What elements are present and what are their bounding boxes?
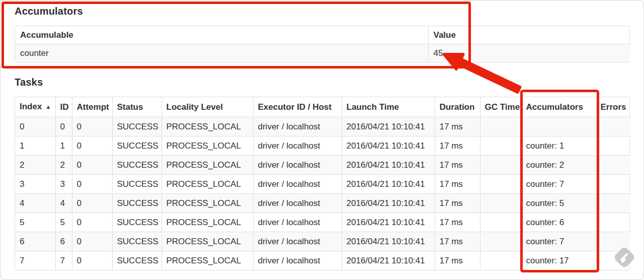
cell: 0 (72, 232, 112, 251)
cell: 0 (72, 213, 112, 232)
cell: 2016/04/21 10:10:41 (342, 194, 435, 213)
cell: SUCCESS (112, 175, 162, 194)
cell: PROCESS_LOCAL (162, 136, 253, 156)
cell: driver / localhost (253, 136, 342, 156)
cell: 0 (72, 136, 112, 156)
cell: 4 (15, 194, 55, 213)
col-header-accumulable[interactable]: Accumulable (15, 26, 428, 44)
cell: 2016/04/21 10:10:41 (342, 175, 435, 194)
accumulators-cell (521, 117, 596, 136)
accumulators-header-row: Accumulable Value (15, 26, 630, 44)
cell: 17 ms (435, 117, 480, 136)
cell: PROCESS_LOCAL (162, 251, 253, 270)
cell: driver / localhost (253, 117, 342, 136)
cell: driver / localhost (253, 251, 342, 270)
cell (480, 232, 521, 251)
col-header-executor-id-host[interactable]: Executor ID / Host (253, 97, 342, 117)
cell: 2016/04/21 10:10:41 (342, 213, 435, 232)
accumulators-cell: counter: 1 (521, 136, 596, 156)
cell: 17 ms (435, 232, 480, 251)
cell: 3 (55, 175, 72, 194)
cell: PROCESS_LOCAL (162, 175, 253, 194)
col-header-gc-time[interactable]: GC Time (480, 97, 521, 117)
cell: SUCCESS (112, 136, 162, 156)
cell: driver / localhost (253, 156, 342, 175)
col-header-value[interactable]: Value (428, 26, 630, 44)
accumulators-cell: counter: 7 (521, 175, 596, 194)
cell: 5 (55, 213, 72, 232)
cell: 17 ms (435, 213, 480, 232)
table-row: 4 4 0 SUCCESS PROCESS_LOCAL driver / loc… (15, 194, 630, 213)
cell: 7 (55, 251, 72, 270)
cell: SUCCESS (112, 156, 162, 175)
cell: 2016/04/21 10:10:41 (342, 136, 435, 156)
col-header-launch-time[interactable]: Launch Time (342, 97, 435, 117)
cell: 17 ms (435, 136, 480, 156)
cell: 0 (72, 194, 112, 213)
cell: 3 (15, 175, 55, 194)
cell: PROCESS_LOCAL (162, 117, 253, 136)
cell: 2016/04/21 10:10:41 (342, 251, 435, 270)
accumulators-table: Accumulable Value counter 45 (15, 26, 630, 62)
col-header-attempt[interactable]: Attempt (72, 97, 112, 117)
tasks-section-title: Tasks (15, 77, 43, 88)
cell: 2 (15, 156, 55, 175)
table-row: 6 6 0 SUCCESS PROCESS_LOCAL driver / loc… (15, 232, 630, 251)
accumulators-section-title: Accumulators (15, 6, 83, 17)
cell (480, 117, 521, 136)
accumulators-cell: counter: 5 (521, 194, 596, 213)
cell: SUCCESS (112, 251, 162, 270)
cell: 17 ms (435, 175, 480, 194)
accumulable-name-cell: counter (15, 44, 428, 62)
cell: SUCCESS (112, 194, 162, 213)
accumulators-cell: counter: 2 (521, 156, 596, 175)
cell: driver / localhost (253, 175, 342, 194)
col-header-errors[interactable]: Errors (596, 97, 630, 117)
accumulators-cell: counter: 17 (521, 251, 596, 270)
cell: SUCCESS (112, 213, 162, 232)
cell (480, 251, 521, 270)
col-header-status[interactable]: Status (112, 97, 162, 117)
cell: 0 (72, 156, 112, 175)
table-row: 1 1 0 SUCCESS PROCESS_LOCAL driver / loc… (15, 136, 630, 156)
table-row: 7 7 0 SUCCESS PROCESS_LOCAL driver / loc… (15, 251, 630, 270)
cell: SUCCESS (112, 232, 162, 251)
cell: 17 ms (435, 194, 480, 213)
cell (480, 213, 521, 232)
col-header-index[interactable]: Index▲ (15, 97, 55, 117)
cell: 6 (15, 232, 55, 251)
cell: 2 (55, 156, 72, 175)
cell: 17 ms (435, 156, 480, 175)
cell (596, 175, 630, 194)
col-header-id[interactable]: ID (55, 97, 72, 117)
cell: PROCESS_LOCAL (162, 232, 253, 251)
cell: 2016/04/21 10:10:41 (342, 117, 435, 136)
col-header-accumulators[interactable]: Accumulators (521, 97, 596, 117)
cell: 1 (15, 136, 55, 156)
col-header-duration[interactable]: Duration (435, 97, 480, 117)
cell (596, 194, 630, 213)
table-row: 3 3 0 SUCCESS PROCESS_LOCAL driver / loc… (15, 175, 630, 194)
table-row: 0 0 0 SUCCESS PROCESS_LOCAL driver / loc… (15, 117, 630, 136)
cell: driver / localhost (253, 232, 342, 251)
cell: 5 (15, 213, 55, 232)
cell: PROCESS_LOCAL (162, 156, 253, 175)
cell: 17 ms (435, 251, 480, 270)
col-header-locality-level[interactable]: Locality Level (162, 97, 253, 117)
tasks-table: Index▲ ID Attempt Status Locality Level … (15, 97, 630, 270)
cell: 2016/04/21 10:10:41 (342, 232, 435, 251)
cell: driver / localhost (253, 194, 342, 213)
cell: 2016/04/21 10:10:41 (342, 156, 435, 175)
cell (596, 136, 630, 156)
accumulators-cell: counter: 7 (521, 232, 596, 251)
accumulators-cell: counter: 6 (521, 213, 596, 232)
table-row: 5 5 0 SUCCESS PROCESS_LOCAL driver / loc… (15, 213, 630, 232)
cell (480, 136, 521, 156)
diamond-watermark-icon (611, 244, 637, 270)
table-row: counter 45 (15, 44, 630, 62)
cell: 0 (72, 251, 112, 270)
cell (480, 156, 521, 175)
cell: 4 (55, 194, 72, 213)
cell: SUCCESS (112, 117, 162, 136)
cell: 6 (55, 232, 72, 251)
